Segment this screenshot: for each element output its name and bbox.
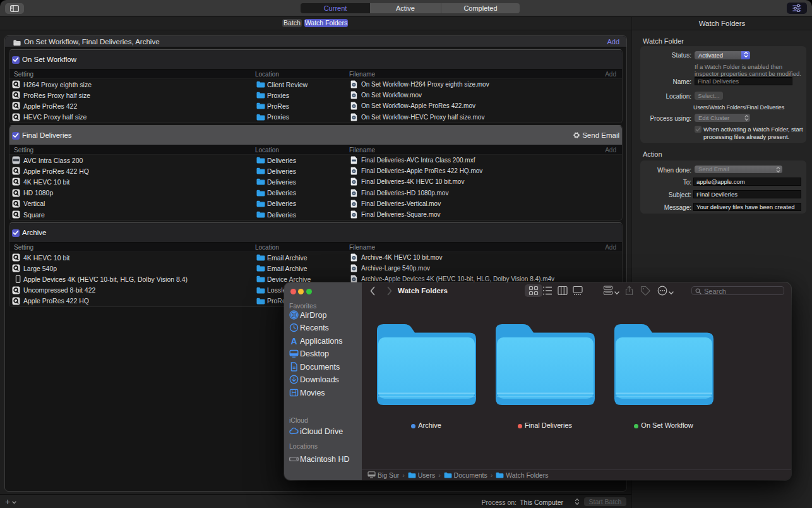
svg-text:A: A: [290, 336, 297, 346]
